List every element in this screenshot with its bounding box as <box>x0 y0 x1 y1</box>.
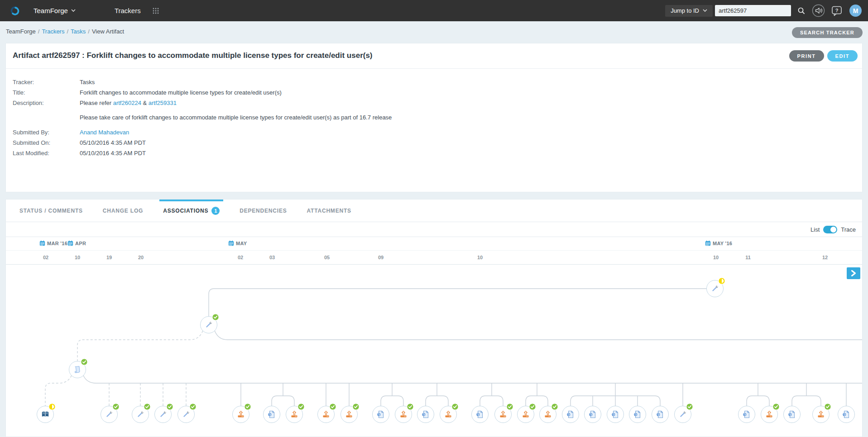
app-grid-icon[interactable] <box>153 8 159 14</box>
trace-node-commit[interactable] <box>584 406 601 423</box>
search-input[interactable] <box>715 5 791 16</box>
view-toggle-row: List Trace <box>6 222 862 237</box>
trace-node-commit[interactable] <box>738 406 755 423</box>
list-trace-toggle[interactable] <box>823 226 837 233</box>
status-check-icon <box>686 403 693 410</box>
tab-count-badge: 1 <box>211 207 220 215</box>
month-label: APR <box>75 241 86 246</box>
edit-button[interactable]: EDIT <box>827 50 858 62</box>
trace-node-release[interactable] <box>539 406 556 423</box>
task-icon <box>205 321 213 329</box>
artifact-link-1[interactable]: artf260224 <box>113 100 141 106</box>
trace-node-document[interactable] <box>69 361 86 378</box>
search-icon[interactable] <box>797 7 806 15</box>
commit-icon <box>788 410 796 418</box>
trace-node-commit[interactable] <box>607 406 624 423</box>
trace-node-book[interactable] <box>37 406 54 423</box>
status-check-icon <box>244 403 251 410</box>
trace-node-release[interactable] <box>286 406 303 423</box>
timeline-month: APR <box>67 240 86 246</box>
trace-node-task[interactable] <box>101 406 118 423</box>
search-tracker-button[interactable]: SEARCH TRACKER <box>792 27 863 38</box>
tab-label: ASSOCIATIONS <box>163 208 208 214</box>
release-icon <box>817 410 825 418</box>
field-value: Forklift changes to accommodate multiple… <box>80 89 282 97</box>
release-icon <box>237 410 245 418</box>
page-title: Artifact artf262597 : Forklift changes t… <box>13 51 373 60</box>
task-icon <box>136 410 144 418</box>
collabnet-logo-icon[interactable] <box>8 5 22 17</box>
status-check-icon <box>451 403 459 410</box>
trace-node-release[interactable] <box>812 406 830 423</box>
trace-node-task[interactable] <box>674 406 691 423</box>
trace-node-release[interactable] <box>761 406 778 423</box>
commit-icon <box>476 410 484 418</box>
trace-node-task[interactable] <box>177 406 195 423</box>
trace-node-commit[interactable] <box>652 406 669 423</box>
timeline-month: MAY '16 <box>705 240 732 246</box>
user-avatar[interactable]: M <box>849 5 862 17</box>
tab-bar: STATUS / COMMENTSCHANGE LOGASSOCIATIONS1… <box>6 200 862 222</box>
tab-label: DEPENDENCIES <box>240 208 287 214</box>
breadcrumb-root: TeamForge <box>6 28 36 35</box>
help-icon[interactable]: ? <box>831 5 842 16</box>
description-value: Please refer artf260224 & artf259331 Ple… <box>80 99 392 126</box>
timeline-day: 19 <box>106 255 112 260</box>
trace-node-task[interactable] <box>200 316 217 333</box>
artifact-link-2[interactable]: artf259331 <box>149 100 177 106</box>
print-button[interactable]: PRINT <box>789 50 824 62</box>
trace-node-commit[interactable] <box>471 406 489 423</box>
trace-node-commit[interactable] <box>263 406 280 423</box>
trace-node-commit[interactable] <box>838 406 855 423</box>
trace-node-commit[interactable] <box>783 406 801 423</box>
release-icon <box>544 410 552 418</box>
tab-attachments[interactable]: ATTACHMENTS <box>307 200 351 222</box>
status-check-icon <box>189 403 197 410</box>
trace-node-commit[interactable] <box>562 406 579 423</box>
trace-node-commit[interactable] <box>417 406 434 423</box>
tab-dependencies[interactable]: DEPENDENCIES <box>240 200 287 222</box>
commit-icon <box>743 410 751 418</box>
toggle-label-list[interactable]: List <box>810 226 820 233</box>
trace-node-release[interactable] <box>517 406 534 423</box>
trace-node-task[interactable] <box>154 406 172 423</box>
field-label: Submitted By: <box>13 128 80 137</box>
trace-graph <box>6 264 862 437</box>
announcements-icon[interactable] <box>812 4 825 17</box>
trace-node-task[interactable] <box>132 406 149 423</box>
commit-icon <box>611 410 619 418</box>
breadcrumb-link-trackers[interactable]: Trackers <box>42 28 64 35</box>
trace-node-commit[interactable] <box>372 406 389 423</box>
toggle-label-trace[interactable]: Trace <box>841 226 856 233</box>
release-icon <box>765 410 773 418</box>
tab-status-comments[interactable]: STATUS / COMMENTS <box>19 200 83 222</box>
field-value: Tasks <box>80 78 95 86</box>
trace-node-release[interactable] <box>494 406 512 423</box>
timeline-day: 03 <box>269 255 275 260</box>
trace-node-release[interactable] <box>340 406 358 423</box>
trace-node-release[interactable] <box>317 406 335 423</box>
app-menu-teamforge[interactable]: TeamForge <box>29 7 80 14</box>
breadcrumb-link-tasks[interactable]: Tasks <box>71 28 86 35</box>
trace-node-release[interactable] <box>440 406 457 423</box>
release-icon <box>444 410 452 418</box>
field-label: Submitted On: <box>13 139 80 147</box>
timeline-day: 10 <box>75 255 80 260</box>
nav-item-trackers[interactable]: Trackers <box>115 7 141 14</box>
trace-node-commit[interactable] <box>629 406 646 423</box>
timeline-day: 20 <box>138 255 144 260</box>
field-value: 05/10/2016 4:35 AM PDT <box>80 139 146 147</box>
submitted-by-link[interactable]: Anand Mahadevan <box>80 128 129 137</box>
calendar-icon <box>705 240 711 246</box>
jump-to-id-select[interactable]: Jump to ID <box>665 5 713 17</box>
scroll-right-button[interactable] <box>847 267 860 279</box>
trace-node-release[interactable] <box>232 406 249 423</box>
release-icon <box>499 410 507 418</box>
trace-node-release[interactable] <box>395 406 412 423</box>
artifact-fields: Tracker: Tasks Title: Forklift changes t… <box>6 69 862 157</box>
calendar-icon <box>39 240 45 246</box>
trace-node-task[interactable] <box>706 280 724 297</box>
chevron-down-icon <box>71 9 76 12</box>
tab-change-log[interactable]: CHANGE LOG <box>103 200 143 222</box>
tab-associations[interactable]: ASSOCIATIONS1 <box>163 200 220 222</box>
